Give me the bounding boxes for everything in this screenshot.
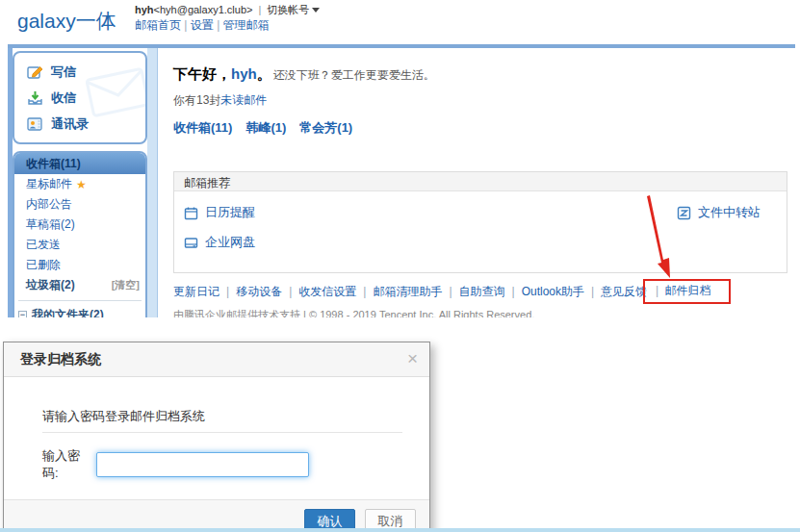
folder-label: 星标邮件	[26, 176, 72, 192]
footer-link-send-receive-settings[interactable]: 收发信设置	[282, 284, 356, 300]
quick-folder-links: 收件箱(11)韩峰(1)常会芳(1)	[173, 119, 787, 137]
recommendation-panel: 邮箱推荐 日历提醒 企业网盘	[173, 171, 787, 273]
compose-button[interactable]: 写信	[14, 59, 145, 85]
sidebar-item-my-folders[interactable]: −我的文件夹(2)	[14, 305, 145, 317]
footer-link-mailbox-cleanup[interactable]: 邮箱清理助手	[356, 284, 442, 300]
folder-label: 草稿箱(2)	[26, 216, 75, 233]
calendar-icon	[184, 206, 198, 220]
folder-label: 我的文件夹(2)	[32, 307, 104, 317]
greeting-tip: 还没下班？爱工作更要爱生活。	[273, 68, 435, 82]
folder-label: 垃圾箱(2)	[26, 277, 75, 293]
quick-link-hanfeng[interactable]: 韩峰(1)	[245, 120, 286, 135]
footer-links: 更新日记 移动设备 收发信设置 邮箱清理助手 自助查询 Outlook助手 意见…	[173, 279, 787, 304]
dialog-title-bar: 登录归档系统 ×	[4, 342, 429, 377]
sidebar: 写信 收信 通讯录	[13, 48, 147, 317]
enterprise-drive-link[interactable]: 企业网盘	[184, 234, 787, 251]
recommendation-panel-title: 邮箱推荐	[174, 172, 787, 191]
unread-summary: 你有13封未读邮件	[173, 92, 787, 109]
quick-link-changhuifang[interactable]: 常会芳(1)	[299, 120, 352, 135]
receive-mail-label: 收信	[51, 89, 76, 107]
contacts-icon	[27, 116, 43, 132]
nav-link-settings[interactable]: 设置	[181, 18, 214, 32]
compose-label: 写信	[51, 63, 76, 81]
dialog-title: 登录归档系统	[20, 351, 101, 368]
sidebar-main-divider	[147, 48, 158, 317]
bottom-edge-strip	[0, 528, 800, 532]
footer-link-self-service[interactable]: 自助查询	[442, 284, 504, 300]
enterprise-drive-label: 企业网盘	[205, 234, 255, 251]
empty-spam-button[interactable]: [清空]	[112, 278, 140, 292]
archive-login-dialog: 登录归档系统 × 请输入密码登录邮件归档系统 输入密码: 确认 取消	[3, 342, 430, 532]
top-header: galaxy一体 hyh<hyh@galaxy1.club>|切换帐号 邮箱首页…	[0, 0, 800, 42]
receive-mail-button[interactable]: 收信	[14, 85, 145, 111]
nav-link-manage-mailbox[interactable]: 管理邮箱	[214, 18, 270, 32]
main-content: 下午好，hyh。还没下班？爱工作更要爱生活。 你有13封未读邮件 收件箱(11)…	[158, 48, 795, 317]
footer-link-feedback[interactable]: 意见反馈	[584, 284, 647, 300]
greeting-period: 。	[257, 65, 271, 82]
greeting-username: hyh	[231, 65, 257, 82]
unread-mail-link[interactable]: 未读邮件	[220, 93, 267, 107]
sidebar-item-deleted[interactable]: 已删除	[14, 255, 145, 275]
folder-label: 已发送	[26, 237, 61, 253]
password-form-row: 输入密码:	[42, 447, 406, 482]
mail-archive-label: 邮件归档	[665, 284, 711, 297]
footer-link-mail-archive[interactable]: 邮件归档	[643, 279, 730, 304]
caret-down-icon	[312, 8, 320, 13]
copyright-text: 由腾讯企业邮提供技术支持 | © 1998 - 2019 Tencent Inc…	[173, 308, 787, 317]
sidebar-item-announcements[interactable]: 内部公告	[14, 194, 145, 215]
calendar-reminder-label: 日历提醒	[205, 204, 255, 221]
unread-prefix: 你有13封	[173, 93, 220, 107]
sidebar-folders-box: 收件箱(11) 星标邮件★ 内部公告 草稿箱(2) 已发送 已删除 垃圾箱(2)…	[13, 151, 147, 317]
collapse-icon[interactable]: −	[18, 311, 27, 317]
sidebar-item-drafts[interactable]: 草稿箱(2)	[14, 215, 145, 235]
folder-label: 收件箱(11)	[26, 156, 81, 172]
drive-icon	[184, 236, 198, 250]
brand-logo: galaxy一体	[17, 8, 116, 35]
password-label: 输入密码:	[42, 447, 94, 482]
contacts-label: 通讯录	[51, 115, 89, 133]
star-icon: ★	[76, 178, 87, 191]
header-nav: 邮箱首页设置管理邮箱	[135, 17, 270, 34]
greeting: 下午好，hyh。还没下班？爱工作更要爱生活。	[173, 65, 787, 84]
file-transfer-label: 文件中转站	[698, 204, 761, 221]
greeting-text: 下午好，	[173, 65, 231, 82]
dialog-footer: 确认 取消	[4, 499, 429, 532]
dialog-message: 请输入密码登录邮件归档系统	[42, 408, 406, 424]
folder-label: 已删除	[26, 257, 61, 273]
footer-link-mobile-device[interactable]: 移动设备	[219, 284, 282, 300]
divider	[18, 300, 142, 301]
dialog-divider	[42, 432, 402, 433]
switch-account-button[interactable]: 切换帐号	[267, 4, 309, 15]
contacts-button[interactable]: 通讯录	[14, 111, 145, 137]
nav-link-mail-home[interactable]: 邮箱首页	[135, 18, 181, 32]
account-email: <hyh@galaxy1.club>	[154, 4, 253, 15]
folder-label: 内部公告	[26, 196, 72, 213]
footer-link-outlook-assistant[interactable]: Outlook助手	[505, 284, 584, 300]
sidebar-item-starred[interactable]: 星标邮件★	[14, 174, 145, 194]
file-transfer-link[interactable]: 文件中转站	[677, 204, 761, 221]
separator: |	[258, 4, 261, 15]
sidebar-item-sent[interactable]: 已发送	[14, 235, 145, 255]
account-info: hyh<hyh@galaxy1.club>|切换帐号	[135, 3, 320, 17]
password-input[interactable]	[96, 452, 309, 477]
compose-icon	[27, 64, 43, 80]
inbox-download-icon	[27, 90, 43, 106]
account-name: hyh	[135, 4, 154, 15]
quick-link-inbox[interactable]: 收件箱(11)	[173, 120, 232, 135]
close-icon[interactable]: ×	[407, 348, 418, 369]
sidebar-actions-box: 写信 收信 通讯录	[13, 51, 147, 144]
page-shell: 写信 收信 通讯录	[8, 44, 795, 317]
file-transfer-icon	[677, 206, 691, 220]
sidebar-item-inbox[interactable]: 收件箱(11)	[14, 153, 145, 174]
footer-link-update-diary[interactable]: 更新日记	[173, 284, 219, 300]
sidebar-item-spam[interactable]: 垃圾箱(2)[清空]	[14, 275, 145, 295]
